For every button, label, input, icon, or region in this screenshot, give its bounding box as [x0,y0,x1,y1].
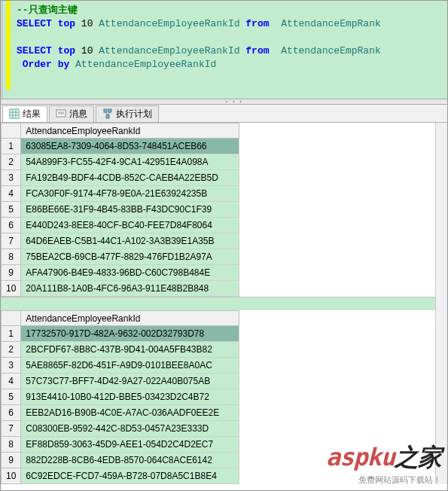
row-number[interactable]: 8 [2,249,21,265]
sql-orderby: Order by AttendanceEmployeeRankId [17,58,444,72]
sql-statement-1: SELECT top 10 AttendanceEmployeeRankId f… [17,17,444,31]
cell-guid[interactable]: 64D6EAEB-C5B1-44C1-A102-3A3B39E1A35B [21,233,239,249]
cell-guid[interactable]: 882D228B-8CB6-4EDB-8570-064C8ACE6142 [21,453,239,468]
row-number[interactable]: 1 [2,326,21,342]
row-number[interactable]: 7 [2,421,21,437]
pane-splitter[interactable] [1,99,447,105]
result-grid-2[interactable]: AttendanceEmployeeRankId 117732570-917D-… [1,310,447,484]
cell-guid[interactable]: 5AE8865F-82D6-451F-A9D9-0101BEE8A0AC [21,358,239,374]
results-pane: AttendanceEmployeeRankId 163085EA8-7309-… [1,123,447,484]
cell-guid[interactable]: 63085EA8-7309-4064-8D53-748451ACEB66 [21,139,239,154]
row-number[interactable]: 9 [2,453,21,468]
row-number[interactable]: 5 [2,389,21,405]
row-number[interactable]: 4 [2,186,21,202]
cell-guid[interactable]: 57C73C77-BFF7-4D42-9A27-022A40B075AB [21,374,239,389]
grid-icon [9,108,20,119]
tab-messages[interactable]: 消息 [49,105,94,122]
row-number[interactable]: 6 [2,405,21,421]
row-number[interactable]: 4 [2,374,21,389]
cell-guid[interactable]: EF88D859-3063-45D9-AEE1-054D2C4D2EC7 [21,437,239,453]
cell-guid[interactable]: FA192B49-BDF4-4CDB-852C-CAEB4A22EB5D [21,170,239,186]
sql-editor[interactable]: --只查询主键 SELECT top 10 AttendanceEmployee… [1,1,447,99]
row-number[interactable]: 3 [2,170,21,186]
row-number[interactable]: 8 [2,437,21,453]
grid-corner [2,311,21,326]
cell-guid[interactable]: FCA30F0F-9174-4F78-9E0A-21E63924235B [21,186,239,202]
sql-comment: --只查询主键 [17,5,78,16]
cell-guid[interactable]: 913E4410-10B0-412D-BBE5-03423D2C4B72 [21,389,239,405]
grid-corner [2,124,21,139]
message-icon [56,108,66,119]
plan-icon [102,108,113,119]
row-number[interactable]: 9 [2,265,21,281]
cell-guid[interactable]: C08300EB-9592-442C-8D53-0457A23E333D [21,421,239,437]
svg-rect-10 [106,115,109,118]
cell-guid[interactable]: EEB2AD16-B90B-4C0E-A7AC-036AADF0EE2E [21,405,239,421]
tab-results[interactable]: 结果 [2,105,47,122]
cell-guid[interactable]: 75BEA2CB-69CB-477F-8829-476FD1B2A97A [21,249,239,265]
row-number[interactable]: 6 [2,218,21,233]
grid-separator [1,297,447,310]
svg-rect-0 [10,109,19,118]
row-number[interactable]: 2 [2,154,21,170]
tab-label: 消息 [69,108,87,120]
sql-statement-2: SELECT top 10 AttendanceEmployeeRankId f… [17,44,444,58]
vertical-scrollbar[interactable] [435,123,447,484]
tab-execution-plan[interactable]: 执行计划 [96,105,159,122]
row-number[interactable]: 7 [2,233,21,249]
row-number[interactable]: 3 [2,358,21,374]
results-tabs: 结果 消息 执行计划 [1,105,447,123]
cell-guid[interactable]: AFA47906-B4E9-4833-96BD-C60C798B484E [21,265,239,281]
row-number[interactable]: 10 [2,281,21,297]
tab-label: 执行计划 [116,108,152,120]
row-number[interactable]: 2 [2,342,21,358]
tab-label: 结果 [23,108,41,120]
svg-rect-8 [104,109,107,112]
result-grid-1[interactable]: AttendanceEmployeeRankId 163085EA8-7309-… [1,123,447,297]
change-marker [6,1,11,90]
row-number[interactable]: 5 [2,202,21,218]
cell-guid[interactable]: 6C92EDCE-FCD7-459A-B728-07D8A5C1B8E4 [21,468,239,484]
cell-guid[interactable]: 20A111B8-1A0B-4FC6-96A3-911E48B2B848 [21,281,239,297]
cell-guid[interactable]: 54A899F3-FC55-42F4-9CA1-42951E4A098A [21,154,239,170]
column-header[interactable]: AttendanceEmployeeRankId [21,311,239,326]
cell-guid[interactable]: 2BCFDF67-8B8C-437B-9D41-004A5FB43B82 [21,342,239,358]
cell-guid[interactable]: E86BE66E-31F9-4B45-83BB-F43DC90C1F39 [21,202,239,218]
cell-guid[interactable]: E440D243-8EE8-40CF-BC40-FEE7D84F8064 [21,218,239,233]
row-number[interactable]: 1 [2,139,21,154]
svg-rect-9 [108,109,111,112]
cell-guid[interactable]: 17732570-917D-482A-9632-002D32793D78 [21,326,239,342]
svg-line-12 [108,112,110,115]
row-number[interactable]: 10 [2,468,21,484]
svg-line-11 [105,112,108,115]
column-header[interactable]: AttendanceEmployeeRankId [21,124,239,139]
